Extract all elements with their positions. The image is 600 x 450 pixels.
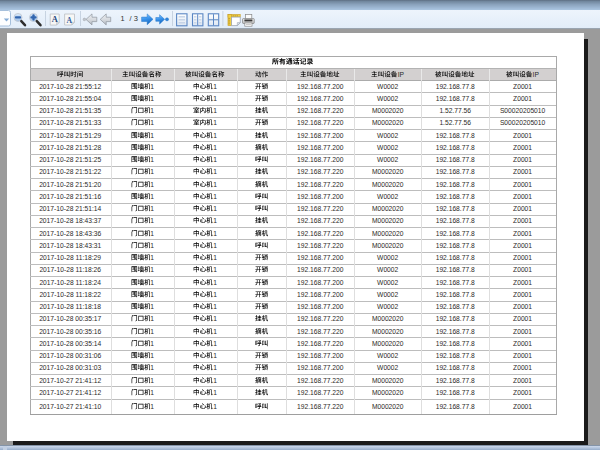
svg-text:1: 1 — [121, 14, 125, 23]
svg-text:A: A — [52, 15, 58, 24]
svg-text:A: A — [67, 16, 73, 25]
svg-text:/ 3: / 3 — [130, 14, 138, 23]
